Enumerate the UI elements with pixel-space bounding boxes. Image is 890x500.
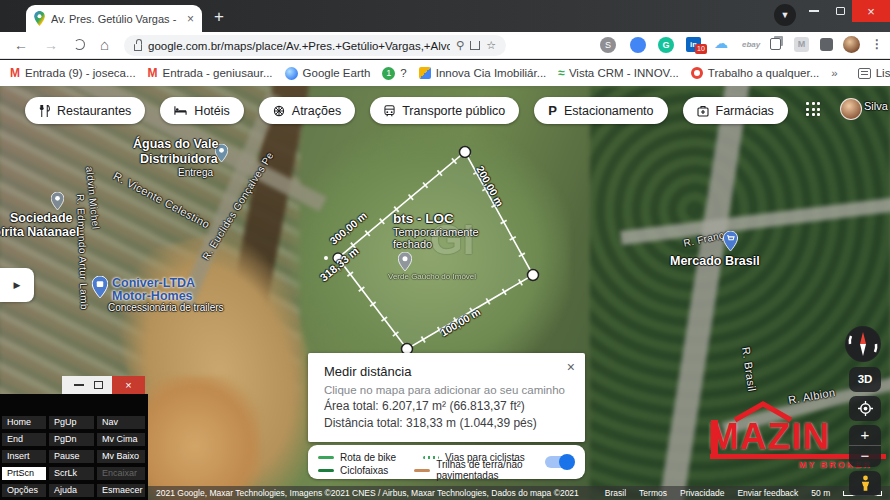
osk-key-prtscn[interactable]: PrtScn	[2, 467, 46, 480]
panel-close-icon[interactable]: ×	[567, 359, 575, 375]
bookmark-innova[interactable]: Innova Cia Imobiliár...	[419, 67, 547, 79]
grammarly-extension-icon[interactable]: G	[658, 37, 674, 53]
coniver-pin-icon[interactable]	[92, 276, 108, 298]
sociedade-pin-icon[interactable]	[51, 192, 64, 210]
bookmarks-overflow-chevron[interactable]: »	[831, 67, 837, 79]
attribution-link-brasil[interactable]: Brasil	[605, 488, 626, 498]
osk-key-home[interactable]: Home	[2, 416, 46, 429]
reading-list-icon	[858, 68, 871, 79]
extensions-puzzle-icon[interactable]	[820, 38, 833, 51]
closed-place-pin-icon[interactable]	[398, 252, 412, 271]
maps-pin-favicon	[34, 11, 45, 26]
zoom-in-button[interactable]: +	[849, 425, 881, 446]
home-button[interactable]: ⌂	[100, 36, 109, 54]
lock-icon	[134, 44, 142, 51]
measure-area-total: Área total: 6.207,17 m² (66.813,37 ft²)	[324, 399, 569, 413]
reload-button[interactable]	[74, 39, 85, 50]
map-pin-icon[interactable]: ⚲	[456, 39, 464, 52]
place-status-line2: fechado	[393, 238, 432, 250]
osk-titlebar[interactable]: ×	[62, 376, 145, 394]
bookmark-google-earth[interactable]: Google Earth	[285, 67, 371, 80]
osk-key-pgdn[interactable]: PgDn	[49, 433, 94, 446]
osk-close-button[interactable]: ×	[112, 376, 145, 394]
osk-key-opcoes[interactable]: Opções	[2, 484, 46, 497]
bookmark-vista-crm[interactable]: ≈Vista CRM - INNOV...	[558, 66, 679, 80]
place-sociedade-line1[interactable]: Sociedade	[10, 211, 73, 225]
chip-atracoes[interactable]: Atrações	[259, 97, 355, 124]
zoom-out-button[interactable]: −	[849, 446, 881, 467]
window-minimize-button[interactable]	[802, 0, 826, 22]
3d-button[interactable]: 3D	[849, 367, 881, 392]
attribution-link-privacidade[interactable]: Privacidade	[680, 488, 724, 498]
chip-estacionamento[interactable]: P Estacionamento	[534, 97, 667, 124]
osk-key-end[interactable]: End	[2, 433, 46, 446]
apps-grid-icon[interactable]	[806, 102, 821, 117]
osk-key-scrlk[interactable]: ScrLk	[49, 467, 94, 480]
mercado-pin-icon[interactable]	[723, 231, 738, 251]
place-aguas-sub: Entrega	[178, 167, 213, 178]
bookmark-star-icon[interactable]: ☆	[486, 39, 496, 52]
cloud-extension-icon[interactable]: ☁	[714, 35, 728, 51]
legend-line-ciclofaixas	[318, 469, 334, 472]
tab-close-icon[interactable]: ×	[187, 12, 194, 26]
bike-layer-toggle[interactable]	[545, 456, 573, 468]
compass-control[interactable]	[845, 326, 881, 362]
maps-account-avatar[interactable]	[840, 98, 862, 120]
chip-restaurantes[interactable]: Restaurantes	[25, 97, 145, 124]
copy-pages-extension-icon[interactable]	[770, 38, 781, 50]
compass-icon	[845, 326, 881, 362]
attribution-link-feedback[interactable]: Enviar feedback	[737, 488, 798, 498]
osk-key-nav[interactable]: Nav	[97, 416, 145, 429]
osk-key-mvbaixo[interactable]: Mv Baixo	[97, 450, 145, 463]
blue-extension-icon[interactable]	[630, 37, 646, 53]
skype-extension-icon[interactable]: S	[600, 37, 616, 53]
m-extension-icon[interactable]: M	[794, 37, 809, 52]
ebay-extension-icon[interactable]: ebay	[742, 40, 760, 49]
photo-watermark: Verde Gaúcho do Imóvel	[388, 272, 476, 281]
place-coniver-line1[interactable]: Coniver-LTDA	[112, 276, 195, 290]
osk-key-insert[interactable]: Insert	[2, 450, 46, 463]
place-mercado[interactable]: Mercado Brasil	[670, 254, 760, 268]
bookmark-question[interactable]: 1?	[382, 67, 406, 80]
osk-key-esmaecer[interactable]: Esmaecer	[97, 484, 145, 497]
osk-key-mvcima[interactable]: Mv Cima	[97, 433, 145, 446]
bookmark-trabalho[interactable]: Trabalho a qualquer...	[691, 67, 819, 79]
attribution-link-termos[interactable]: Termos	[639, 488, 667, 498]
browser-menu-icon[interactable]: ⋮	[871, 37, 883, 51]
place-coniver-sub: Concessionária de trailers	[108, 302, 224, 313]
reading-list[interactable]: Lista de leitura	[858, 67, 890, 79]
chip-farmacias[interactable]: Farmácias	[683, 97, 788, 124]
big-watermark: GI	[430, 216, 474, 264]
legend-label: Rota de bike	[340, 452, 396, 463]
osk-minimize-icon[interactable]	[74, 384, 84, 386]
osk-key-ajuda[interactable]: Ajuda	[49, 484, 94, 497]
tab-search-icon[interactable]: ▼	[774, 4, 796, 26]
chip-transporte[interactable]: Transporte público	[370, 97, 519, 124]
osk-key-pause[interactable]: Pause	[49, 450, 94, 463]
chip-hoteis[interactable]: Hotéis	[160, 97, 243, 124]
measure-vertex-top[interactable]	[460, 147, 471, 158]
side-panel-expand-button[interactable]: ▶	[0, 268, 34, 302]
measure-vertex-right[interactable]	[528, 270, 539, 281]
new-tab-button[interactable]: +	[214, 8, 224, 25]
install-icon[interactable]	[470, 41, 480, 50]
bookmark-gmail-2[interactable]: MEntrada - geniusaur...	[148, 66, 273, 80]
bookmark-gmail-1[interactable]: MEntrada (9) - joseca...	[10, 66, 136, 80]
address-bar[interactable]: google.com.br/maps/place/Av.+Pres.+Getúl…	[124, 35, 506, 56]
profile-avatar[interactable]	[843, 36, 860, 53]
osk-key-pgup[interactable]: PgUp	[49, 416, 94, 429]
osk-maximize-icon[interactable]	[94, 381, 103, 389]
back-button[interactable]: ←	[14, 36, 28, 54]
window-restore-button[interactable]	[828, 0, 852, 22]
place-coniver-line2: Motor-Homes	[112, 289, 193, 303]
window-close-button[interactable]: ×	[852, 0, 890, 22]
browser-tab[interactable]: Av. Pres. Getúlio Vargas - Google ×	[26, 5, 202, 32]
my-location-button[interactable]	[849, 396, 881, 421]
satellite-map[interactable]: 300,00 m 200,00 m 100,00 m 318,33 m bts …	[0, 86, 890, 500]
tab-title: Av. Pres. Getúlio Vargas - Google	[51, 13, 179, 25]
osk-key-encaixar[interactable]: Encaixar	[97, 467, 145, 480]
measure-panel-title: Medir distância	[324, 364, 569, 379]
forward-button[interactable]: →	[44, 36, 58, 54]
pegman-control[interactable]	[849, 471, 881, 496]
place-aguas-line1[interactable]: Águas do Vale	[133, 137, 218, 151]
